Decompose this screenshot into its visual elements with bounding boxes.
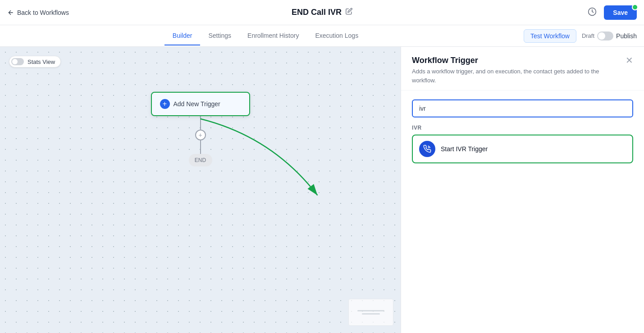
add-trigger-plus-icon: +	[160, 99, 170, 109]
back-to-workflows-link[interactable]: Back to Workflows	[7, 9, 69, 16]
workflow-canvas[interactable]: Stats View + Add New Trigger + END	[0, 47, 401, 333]
trigger-node[interactable]: + Add New Trigger	[151, 92, 250, 116]
add-step-button[interactable]: +	[195, 130, 206, 140]
add-trigger-label: Add New Trigger	[174, 100, 220, 108]
phone-icon	[423, 145, 431, 153]
history-button[interactable]	[586, 5, 598, 19]
publish-toggle[interactable]	[597, 32, 613, 40]
header: Back to Workflows END Call IVR Save	[0, 0, 644, 25]
panel-header-content: Workflow Trigger Adds a workflow trigger…	[412, 56, 610, 85]
end-node[interactable]: END	[189, 154, 212, 166]
arrow-overlay	[0, 47, 401, 333]
workflow-area: + Add New Trigger + END	[151, 92, 250, 166]
panel-close-button[interactable]: ✕	[626, 56, 633, 65]
workflow-trigger-panel: Workflow Trigger Adds a workflow trigger…	[401, 47, 644, 333]
panel-header: Workflow Trigger Adds a workflow trigger…	[401, 47, 644, 90]
publish-label: Publish	[616, 32, 637, 40]
back-arrow-icon	[7, 9, 14, 16]
connector-line-1	[200, 116, 201, 130]
mini-map-line-2	[362, 313, 380, 315]
panel-body: IVR Start IVR Trigger	[401, 90, 644, 333]
start-ivr-trigger-label: Start IVR Trigger	[441, 145, 488, 153]
mini-map-line-1	[357, 310, 384, 311]
page-title-group: END Call IVR	[292, 8, 352, 17]
save-button[interactable]: Save	[604, 5, 637, 20]
connector-line-2	[200, 140, 201, 154]
nav-tabs: Builder Settings Enrollment History Exec…	[7, 27, 524, 45]
main: Stats View + Add New Trigger + END	[0, 47, 644, 333]
mini-map	[348, 299, 393, 326]
tab-enrollment-history[interactable]: Enrollment History	[239, 27, 307, 45]
nav-right: Test Workflow Draft Publish	[524, 29, 637, 43]
end-node-label: END	[195, 157, 206, 163]
stats-view-label: Stats View	[27, 58, 55, 65]
panel-title: Workflow Trigger	[412, 56, 610, 65]
draft-publish-toggle-group: Draft Publish	[582, 32, 637, 40]
tab-execution-logs[interactable]: Execution Logs	[307, 27, 366, 45]
panel-description: Adds a workflow trigger, and on executio…	[412, 67, 610, 85]
ivr-trigger-icon	[419, 141, 435, 157]
draft-label: Draft	[582, 32, 594, 39]
tab-settings[interactable]: Settings	[200, 27, 239, 45]
ivr-section-label: IVR	[412, 125, 633, 131]
trigger-node-inner: + Add New Trigger	[152, 93, 249, 115]
page-title: END Call IVR	[292, 8, 342, 17]
nav-bar: Builder Settings Enrollment History Exec…	[0, 25, 644, 47]
edit-title-icon[interactable]	[345, 8, 352, 17]
back-link-label: Back to Workflows	[17, 9, 69, 16]
stats-view-toggle[interactable]: Stats View	[9, 56, 61, 68]
tab-builder[interactable]: Builder	[164, 27, 201, 45]
test-workflow-button[interactable]: Test Workflow	[524, 29, 576, 43]
trigger-search-input[interactable]	[412, 99, 633, 117]
header-right: Save	[586, 5, 637, 20]
start-ivr-trigger-option[interactable]: Start IVR Trigger	[412, 135, 633, 163]
stats-toggle-switch[interactable]	[11, 58, 24, 65]
